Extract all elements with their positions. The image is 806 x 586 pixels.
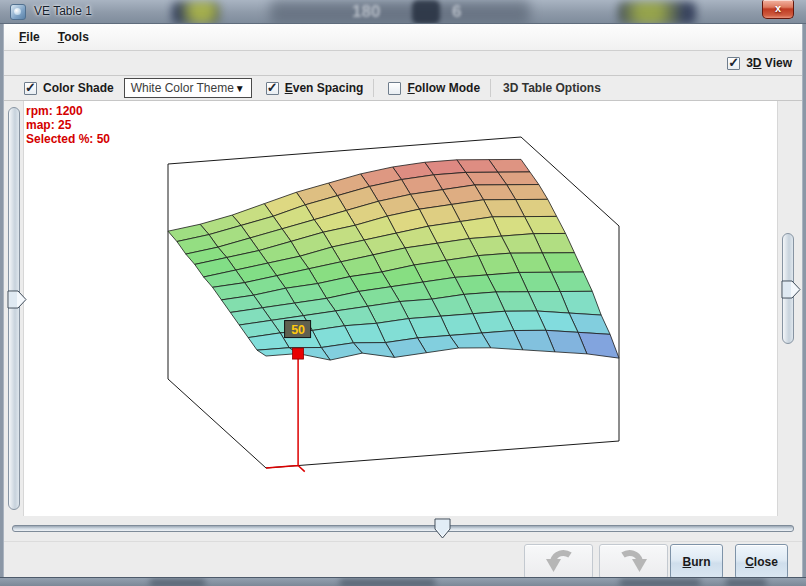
window-content: File Tools 3D View Color Shade White Col… [3, 24, 803, 577]
glass-reflection [726, 579, 766, 586]
redo-button[interactable] [599, 544, 668, 579]
horizontal-slider-bar [4, 516, 802, 541]
close-icon[interactable]: x [762, 0, 794, 19]
close-button[interactable]: Close [735, 544, 788, 579]
view-toggle-bar: 3D View [4, 51, 802, 76]
button-bar: Burn Close [4, 541, 802, 577]
readout-rpm: rpm: 1200 [26, 104, 110, 118]
even-spacing-checkbox[interactable]: Even Spacing [266, 81, 364, 95]
surface-plot[interactable]: 50 [4, 101, 804, 516]
right-slider-thumb[interactable] [781, 280, 801, 299]
background-gauge-text: 180 [352, 2, 380, 22]
titlebar[interactable]: 180 6 VE Table 1 x [0, 0, 806, 24]
toolbar-separator [373, 79, 374, 97]
app-icon [10, 4, 26, 20]
3d-table-options-button[interactable]: 3D Table Options [503, 81, 601, 95]
checkbox-icon[interactable] [388, 82, 401, 95]
glass-reflection [340, 579, 435, 586]
glass-reflection [412, 0, 440, 24]
ve-surface-mesh[interactable] [168, 159, 619, 360]
toolbar: Color Shade White Color Theme ▼ Even Spa… [4, 76, 802, 101]
checkbox-icon[interactable] [266, 82, 279, 95]
glass-reflection [172, 2, 220, 24]
cell-readout: rpm: 1200 map: 25 Selected %: 50 [26, 104, 110, 146]
even-spacing-label: Even Spacing [285, 81, 364, 95]
menu-file[interactable]: File [10, 26, 49, 48]
selected-value-label: 50 [291, 323, 305, 337]
menubar: File Tools [4, 24, 802, 51]
burn-button[interactable]: Burn [670, 544, 723, 579]
glass-reflection [150, 579, 205, 586]
color-shade-checkbox[interactable]: Color Shade [24, 81, 114, 95]
follow-mode-checkbox[interactable]: Follow Mode [388, 81, 480, 95]
background-gauge-text: 6 [452, 2, 461, 22]
undo-button[interactable] [524, 544, 593, 579]
3d-view-checkbox[interactable]: 3D View [727, 56, 792, 70]
left-slider-thumb[interactable] [7, 290, 27, 309]
readout-map: map: 25 [26, 118, 110, 132]
color-theme-dropdown[interactable]: White Color Theme ▼ [124, 78, 252, 98]
redo-icon [615, 547, 653, 577]
window-title: VE Table 1 [34, 4, 92, 18]
selection-projection-line [266, 354, 305, 472]
right-rotate-slider[interactable] [782, 233, 794, 344]
glass-reflection [620, 579, 700, 586]
checkbox-icon[interactable] [24, 82, 37, 95]
chevron-down-icon: ▼ [235, 83, 245, 94]
left-rotate-slider[interactable] [8, 107, 20, 510]
ve-table-window: 180 6 VE Table 1 x File Tools 3D View Co… [0, 0, 806, 586]
plot-region: 50 rpm: 1200 map: 25 Selected %: 50 [4, 101, 802, 516]
glass-reflection [618, 2, 696, 24]
menu-tools[interactable]: Tools [49, 26, 98, 48]
follow-mode-label: Follow Mode [407, 81, 480, 95]
readout-selected: Selected %: 50 [26, 132, 110, 146]
color-theme-value: White Color Theme [131, 81, 235, 95]
horizontal-slider-thumb[interactable] [434, 518, 451, 539]
window-bottom-frame [0, 577, 806, 586]
color-shade-label: Color Shade [43, 81, 114, 95]
horizontal-slider-track[interactable] [12, 525, 794, 532]
glass-reflection [270, 0, 530, 24]
3d-view-label: 3D View [746, 56, 792, 70]
checkbox-icon[interactable] [727, 57, 740, 70]
undo-icon [540, 547, 578, 577]
selected-cell-marker[interactable] [293, 348, 304, 359]
toolbar-separator [490, 79, 491, 97]
